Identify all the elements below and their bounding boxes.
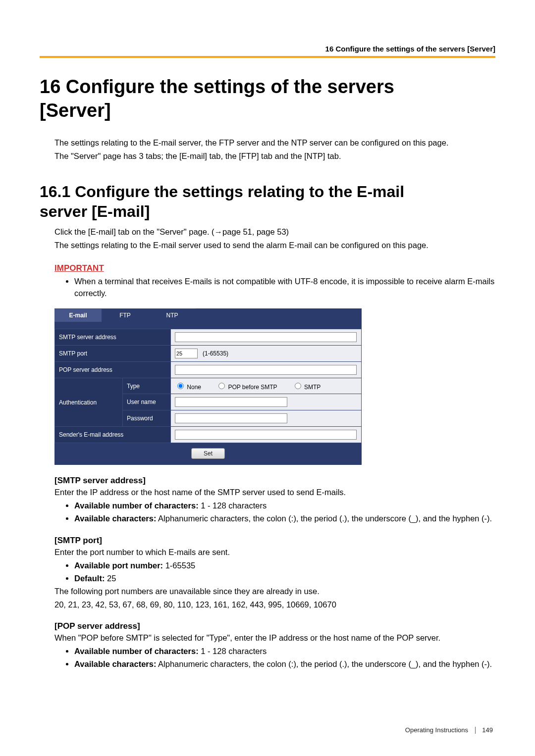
port-field-title: [SMTP port] <box>54 536 495 546</box>
page-footer: Operating Instructions 149 <box>405 726 493 734</box>
radio-none[interactable]: None <box>175 381 201 391</box>
row-user-label: User name <box>123 394 171 410</box>
tab-ntp[interactable]: NTP <box>149 308 196 322</box>
port-b2: Default: 25 <box>74 573 495 585</box>
chapter-title-l1: 16 Configure the settings of the servers <box>40 76 394 97</box>
section-title: 16.1 Configure the settings relating to … <box>40 182 495 221</box>
important-bullet: When a terminal that receives E-mails is… <box>74 276 495 300</box>
section-title-l2: server [E-mail] <box>40 202 150 220</box>
row-sender-label: Sender's E-mail address <box>55 427 171 443</box>
radio-pop-before-smtp[interactable]: POP before SMTP <box>216 381 277 391</box>
footer-label: Operating Instructions <box>405 726 468 734</box>
port-note1: The following port numbers are unavailab… <box>54 586 495 597</box>
smtp-field-desc: Enter the IP address or the host name of… <box>54 487 495 498</box>
row-smtp-port-label: SMTP port <box>55 346 171 362</box>
intro-p2: The "Server" page has 3 tabs; the [E-mai… <box>54 151 495 162</box>
tab-email[interactable]: E-mail <box>54 308 102 322</box>
radio-smtp[interactable]: SMTP <box>292 381 321 391</box>
row-type-label: Type <box>123 378 171 394</box>
port-field-desc: Enter the port number to which E-mails a… <box>54 547 495 558</box>
pop-field-title: [POP server address] <box>54 621 495 631</box>
sender-input[interactable] <box>175 430 357 440</box>
section-p2: The settings relating to the E-mail serv… <box>54 240 495 251</box>
smtp-b1: Available number of characters: 1 - 128 … <box>74 500 495 512</box>
smtp-addr-input[interactable] <box>175 332 357 342</box>
port-b1: Available port number: 1-65535 <box>74 560 495 572</box>
section-title-l1: 16.1 Configure the settings relating to … <box>40 183 404 201</box>
smtp-field-title: [SMTP server address] <box>54 476 495 486</box>
row-pop-addr-label: POP server address <box>55 362 171 378</box>
pass-input[interactable] <box>175 413 287 423</box>
header-rule <box>40 56 495 58</box>
row-auth-label: Authentication <box>55 378 123 427</box>
pop-b1: Available number of characters: 1 - 128 … <box>74 646 495 657</box>
chapter-title: 16 Configure the settings of the servers… <box>40 75 495 122</box>
pop-field-desc: When "POP before SMTP" is selected for "… <box>54 632 495 644</box>
pop-addr-input[interactable] <box>175 365 357 375</box>
section-p1: Click the [E-mail] tab on the "Server" p… <box>54 226 495 238</box>
tab-bar: E-mail FTP NTP <box>54 308 362 322</box>
tab-ftp[interactable]: FTP <box>102 308 149 322</box>
chapter-title-l2: [Server] <box>40 100 111 121</box>
user-input[interactable] <box>175 397 287 407</box>
smtp-port-range: (1-65535) <box>203 350 228 357</box>
row-pass-label: Password <box>123 410 171 427</box>
important-label: IMPORTANT <box>54 263 495 273</box>
row-smtp-addr-label: SMTP server address <box>55 329 171 346</box>
smtp-port-input[interactable] <box>175 349 198 358</box>
running-header: 16 Configure the settings of the servers… <box>40 45 495 56</box>
set-button[interactable]: Set <box>191 448 225 459</box>
config-panel: E-mail FTP NTP SMTP server address SMTP … <box>54 308 362 465</box>
smtp-b2: Available characters: Alphanumeric chara… <box>74 513 495 525</box>
footer-page: 149 <box>482 726 493 734</box>
intro-p1: The settings relating to the E-mail serv… <box>54 137 495 149</box>
port-note2: 20, 21, 23, 42, 53, 67, 68, 69, 80, 110,… <box>54 599 495 610</box>
pop-b2: Available characters: Alphanumeric chara… <box>74 658 495 670</box>
